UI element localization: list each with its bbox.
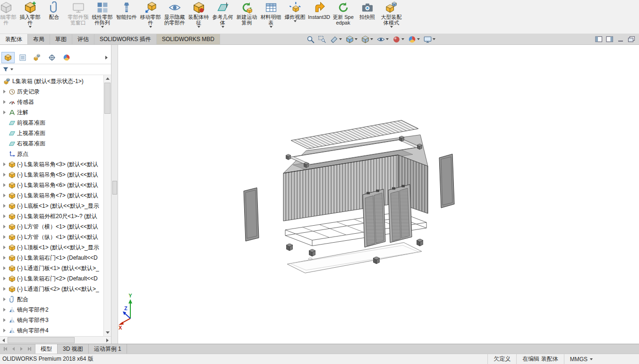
featuremanager-tab[interactable] bbox=[1, 52, 15, 63]
unit-system-selector[interactable]: MMGS bbox=[564, 354, 598, 364]
graphics-area[interactable]: Y X Z bbox=[118, 45, 639, 344]
tree-filter-row[interactable] bbox=[0, 64, 111, 75]
dropdown-caret[interactable] bbox=[433, 38, 435, 40]
tree-item-mirror-component-2[interactable]: 镜向零部件2 bbox=[0, 305, 103, 315]
scroll-track[interactable] bbox=[104, 82, 111, 329]
mate-button[interactable]: 配合 bbox=[42, 1, 66, 32]
model-viewport[interactable]: Y X Z bbox=[118, 45, 639, 344]
insert-component-button[interactable]: 插入零部件 bbox=[18, 1, 42, 32]
view-settings-button[interactable] bbox=[422, 35, 437, 44]
tab-evaluate[interactable]: 评估 bbox=[72, 34, 94, 44]
edit-appearance-button[interactable] bbox=[391, 35, 406, 44]
scroll-down-button[interactable] bbox=[104, 329, 111, 336]
panel-splitter[interactable] bbox=[111, 45, 118, 344]
expand-arrow[interactable] bbox=[2, 89, 7, 94]
collapse-right-pane-icon[interactable] bbox=[606, 36, 613, 42]
collapse-left-pane-icon[interactable] bbox=[595, 36, 603, 42]
expand-arrow[interactable] bbox=[2, 110, 7, 115]
tree-item-corner-casting-6[interactable]: (-) L集装箱吊角<6> (默认<<默认 bbox=[0, 180, 103, 190]
tree-item-sensors[interactable]: 传感器 bbox=[0, 97, 103, 107]
smart-fasteners-button[interactable]: 智能扣件 bbox=[114, 1, 138, 32]
vent-door-panel-2[interactable] bbox=[388, 185, 412, 243]
dropdown-caret[interactable] bbox=[386, 38, 389, 40]
dropdown-caret[interactable] bbox=[101, 26, 104, 28]
tree-item-history[interactable]: 历史记录 bbox=[0, 86, 103, 97]
tree-item-annotations[interactable]: 注解 bbox=[0, 107, 103, 118]
assembly-features-button[interactable]: 装配体特征 bbox=[187, 1, 211, 32]
dropdown-caret[interactable] bbox=[149, 26, 152, 28]
instant3d-button[interactable]: Instant3D bbox=[307, 1, 331, 32]
tree-item-right-door-2[interactable]: (-) L集装箱右门<2> (Default<<D bbox=[0, 273, 103, 284]
previous-tab-button[interactable] bbox=[10, 346, 17, 353]
tree-item-assembly-root[interactable]: L集装箱 (默认<显示状态-1>) bbox=[0, 76, 103, 86]
tab-assembly[interactable]: 装配体 bbox=[0, 34, 28, 44]
tree-item-top-plane[interactable]: 上视基准面 bbox=[0, 128, 103, 138]
tree-item-bottom-plate[interactable]: (-) L底板<1> (默认<<默认>_显示 bbox=[0, 201, 103, 211]
scroll-thumb[interactable] bbox=[8, 337, 75, 343]
next-tab-button[interactable] bbox=[18, 346, 25, 353]
panel-tab-overflow-button[interactable] bbox=[103, 53, 110, 62]
right-door-panel[interactable] bbox=[439, 154, 454, 208]
new-motion-study-button[interactable]: 新建运动算例 bbox=[235, 1, 259, 32]
zoom-to-fit-button[interactable] bbox=[305, 35, 316, 44]
tree-item-mirror-component-3[interactable]: 镜向零部件3 bbox=[0, 315, 103, 325]
tree-item-origin[interactable]: 原点 bbox=[0, 149, 103, 159]
expand-arrow[interactable] bbox=[2, 162, 7, 167]
expand-arrow[interactable] bbox=[2, 193, 7, 198]
dropdown-caret[interactable] bbox=[339, 38, 342, 40]
dropdown-caret[interactable] bbox=[370, 38, 373, 40]
tree-item-right-door-1[interactable]: (-) L集装箱右门<1> (Default<<D bbox=[0, 253, 103, 263]
show-hidden-components-button[interactable]: 显示隐藏的零部件 bbox=[162, 1, 187, 32]
expand-arrow[interactable] bbox=[2, 235, 7, 240]
linear-component-pattern-button[interactable]: 线性零部件阵列 bbox=[90, 1, 114, 32]
last-tab-button[interactable] bbox=[26, 346, 33, 353]
reference-geometry-button[interactable]: 参考几何体 bbox=[211, 1, 235, 32]
expand-arrow[interactable] bbox=[2, 297, 7, 302]
minimize-pane-icon[interactable] bbox=[617, 36, 624, 42]
tile-panes-icon[interactable] bbox=[628, 36, 635, 42]
tree-item-front-plane[interactable]: 前视基准面 bbox=[0, 118, 103, 128]
dropdown-caret[interactable] bbox=[417, 38, 420, 40]
expand-arrow[interactable] bbox=[2, 307, 7, 313]
tree-item-top-plate[interactable]: (-) L顶板<1> (默认<<默认>_显示 bbox=[0, 242, 103, 253]
apply-scene-button[interactable] bbox=[407, 35, 421, 44]
dropdown-caret[interactable] bbox=[590, 358, 593, 360]
hide-show-items-button[interactable] bbox=[375, 35, 390, 44]
bill-of-materials-button[interactable]: 材料明细表 bbox=[259, 1, 283, 32]
expand-arrow[interactable] bbox=[2, 255, 7, 261]
dropdown-caret[interactable] bbox=[29, 26, 32, 28]
left-door-panel[interactable] bbox=[244, 188, 259, 241]
tree-vertical-scrollbar[interactable] bbox=[103, 75, 111, 336]
scroll-track[interactable] bbox=[7, 337, 104, 344]
dropdown-caret[interactable] bbox=[197, 26, 200, 28]
view-orientation-button[interactable] bbox=[344, 35, 359, 44]
dimxpertmanager-tab[interactable] bbox=[45, 52, 59, 63]
doc-tab-model[interactable]: 模型 bbox=[35, 344, 58, 354]
scroll-left-button[interactable] bbox=[0, 337, 7, 344]
expand-arrow[interactable] bbox=[2, 276, 7, 281]
configurationmanager-tab[interactable] bbox=[31, 52, 44, 63]
section-view-button[interactable] bbox=[329, 35, 343, 44]
dropdown-caret[interactable] bbox=[390, 26, 393, 28]
move-component-button[interactable]: 移动零部件 bbox=[138, 1, 162, 32]
tab-layout[interactable]: 布局 bbox=[28, 34, 50, 44]
tree-item-corner-casting-7[interactable]: (-) L集装箱吊角<7> (默认<<默认 bbox=[0, 190, 103, 201]
tree-item-mirror-component-4[interactable]: 镜向零部件4 bbox=[0, 325, 103, 336]
exploded-view-button[interactable]: 爆炸视图 bbox=[283, 1, 307, 32]
expand-arrow[interactable] bbox=[2, 287, 7, 292]
expand-arrow[interactable] bbox=[2, 328, 7, 333]
take-snapshot-button[interactable]: 拍快照 bbox=[355, 1, 379, 32]
displaymanager-tab[interactable] bbox=[60, 52, 73, 63]
tree-item-outer-frame-20ft[interactable]: (-) L集装箱外框20尺<1>-? (默认 bbox=[0, 211, 103, 221]
scroll-right-button[interactable] bbox=[104, 337, 111, 344]
scroll-thumb[interactable] bbox=[104, 83, 111, 114]
scroll-up-button[interactable] bbox=[104, 75, 111, 82]
tree-item-square-tube-vertical[interactable]: (-) L方管（纵）<1> (默认<<默认 bbox=[0, 232, 103, 242]
dropdown-caret[interactable] bbox=[401, 38, 404, 40]
vent-door-panel-1[interactable] bbox=[363, 189, 385, 247]
tree-horizontal-scrollbar[interactable] bbox=[0, 336, 111, 344]
splitter-grip[interactable] bbox=[112, 181, 117, 195]
display-style-button[interactable] bbox=[360, 35, 375, 44]
expand-arrow[interactable] bbox=[2, 100, 7, 105]
expand-arrow[interactable] bbox=[2, 214, 7, 219]
